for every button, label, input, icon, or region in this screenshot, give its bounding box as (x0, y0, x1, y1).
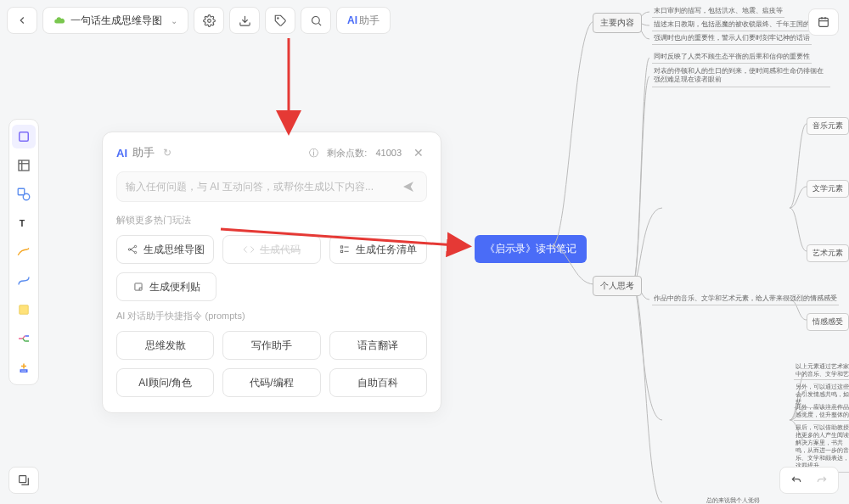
mm-leaf[interactable]: 总的来说我个人觉得 (705, 496, 762, 504)
svg-rect-7 (18, 188, 25, 195)
gen-sticky-button[interactable]: 生成便利贴 (116, 272, 216, 301)
refresh-icon[interactable]: ↻ (163, 147, 171, 159)
svg-point-0 (207, 19, 211, 22)
document-title: 一句话生成思维导图 (70, 14, 162, 28)
mm-leaf[interactable]: 作品中的音乐、文学和艺术元素，给人带来很强烈的情感感受 (652, 293, 839, 305)
credits-value: 41003 (375, 148, 402, 158)
mm-leaf[interactable]: 末日审判的描写，包括洪水、地震、瘟疫等 (652, 5, 784, 18)
search-button[interactable] (301, 7, 331, 34)
svg-point-15 (128, 249, 130, 250)
prompts-label: AI 对话助手快捷指令 (prompts) (116, 310, 427, 322)
tool-frame[interactable] (12, 154, 36, 177)
ai-panel-header: AI 助手 ↻ ⓘ 剩余点数: 41003 ✕ (116, 144, 427, 161)
mm-leaf[interactable]: 描述末日教期，包括恶魔的被收锁最终、千年王国的到来等 (652, 19, 832, 31)
svg-point-1 (277, 17, 278, 18)
svg-text:T: T (20, 218, 25, 228)
ai-assistant-panel: AI 助手 ↻ ⓘ 剩余点数: 41003 ✕ 解锁更多热门玩法 生成思维导图 … (102, 132, 441, 413)
svg-point-17 (134, 251, 136, 253)
mm-leaf[interactable]: 强调时也向的重要性，警示人们要时刻牢记神的话语 (652, 32, 812, 45)
svg-point-2 (312, 16, 319, 24)
tool-pen[interactable] (12, 240, 36, 264)
prompt-divergent[interactable]: 思维发散 (116, 331, 214, 360)
svg-rect-4 (19, 160, 29, 171)
info-icon: ⓘ (309, 147, 318, 160)
svg-rect-25 (819, 18, 829, 26)
mm-node-main-content[interactable]: 主要内容 (593, 13, 642, 33)
svg-rect-14 (20, 476, 26, 483)
ai-label: AI (347, 14, 357, 26)
hot-label: 解锁更多热门玩法 (116, 214, 427, 227)
ai-prompt-input[interactable] (126, 181, 399, 193)
calendar-button[interactable] (808, 8, 839, 36)
mm-leaf[interactable]: 此外，应该注意作品感觉度，使升整体的 (794, 402, 849, 421)
ai-title-1: AI (116, 147, 127, 160)
tool-select[interactable] (12, 125, 36, 148)
undo-redo-toolbar (779, 467, 839, 494)
back-button[interactable] (7, 7, 37, 34)
svg-rect-22 (135, 283, 142, 290)
prompt-encyclopedia[interactable]: 自助百科 (329, 368, 427, 397)
tool-add[interactable] (12, 356, 36, 379)
gen-mindmap-label: 生成思维导图 (143, 243, 205, 257)
gen-mindmap-button[interactable]: 生成思维导图 (116, 235, 214, 264)
mm-leaf[interactable]: 最后，可以借助教授把更多的人产生阅读解决方案里，书共鸣，从而进一步的音乐、文学和… (794, 423, 849, 473)
mm-node-personal-thought[interactable]: 个人思考 (593, 276, 642, 296)
close-button[interactable]: ✕ (410, 144, 427, 161)
mm-node-music[interactable]: 音乐元素 (807, 117, 849, 135)
export-button[interactable] (229, 7, 260, 34)
tool-mindmap[interactable] (12, 327, 36, 350)
ai-panel-meta: ⓘ 剩余点数: 41003 ✕ (309, 144, 427, 161)
mindmap-canvas[interactable]: 主要内容 个人思考 末日审判的描写，包括洪水、地震、瘟疫等 描述末日教期，包括恶… (492, 0, 849, 504)
tool-sticky[interactable] (12, 298, 36, 322)
layers-button[interactable] (8, 467, 39, 494)
annotation-arrow-down (272, 34, 306, 136)
gen-code-button[interactable]: 生成代码 (222, 235, 320, 264)
svg-rect-20 (341, 250, 343, 252)
svg-rect-10 (20, 305, 29, 315)
left-toolbar: T (8, 119, 39, 385)
prompt-code[interactable]: 代码/编程 (222, 368, 320, 397)
prompt-writing[interactable]: 写作助手 (222, 331, 320, 360)
mm-node-art[interactable]: 艺术元素 (807, 244, 849, 262)
top-toolbar: 一句话生成思维导图 ⌄ AI 助手 (7, 7, 391, 34)
mm-leaf[interactable]: 同时反映了人类不顾生态平衡的后果和信仰的重要性 (652, 51, 812, 64)
svg-point-8 (23, 193, 30, 200)
settings-button[interactable] (194, 7, 224, 34)
svg-point-16 (134, 245, 136, 247)
tool-text[interactable]: T (12, 211, 36, 235)
send-button[interactable] (399, 177, 418, 196)
svg-rect-18 (341, 246, 343, 248)
document-title-dropdown[interactable]: 一句话生成思维导图 ⌄ (42, 7, 188, 34)
gen-sticky-label: 生成便利贴 (149, 280, 200, 294)
mm-leaf[interactable]: 以上元素通过艺术家中的音乐、文学和艺 (794, 361, 849, 380)
ai-sublabel: 助手 (359, 14, 380, 28)
tag-button[interactable] (265, 7, 295, 34)
chevron-down-icon: ⌄ (171, 16, 177, 25)
undo-button[interactable] (785, 469, 807, 491)
ai-assistant-button[interactable]: AI 助手 (336, 7, 391, 34)
redo-button[interactable] (811, 469, 833, 491)
prompt-translate[interactable]: 语言翻译 (329, 331, 427, 360)
ai-title-2: 助手 (132, 145, 155, 160)
tool-shape[interactable] (12, 182, 36, 206)
gen-tasks-button[interactable]: 生成任务清单 (329, 235, 427, 264)
tool-connector[interactable] (12, 269, 36, 293)
mm-node-literary[interactable]: 文学元素 (807, 180, 849, 198)
ai-panel-title: AI 助手 ↻ (116, 145, 171, 160)
gen-tasks-label: 生成任务清单 (356, 243, 417, 257)
prompt-advisor[interactable]: AI顾问/角色 (116, 368, 214, 397)
mm-node-emotion[interactable]: 情感感受 (807, 313, 849, 331)
svg-rect-3 (20, 132, 29, 142)
gen-code-label: 生成代码 (260, 243, 301, 257)
cloud-icon (53, 14, 65, 26)
svg-rect-13 (20, 370, 27, 372)
mm-leaf[interactable]: 对表的停顿和人的生日的到来，使时间感和生命仍徘徊在强烈难足现在读者眼前 (652, 66, 830, 87)
credits-label: 剩余点数: (327, 147, 367, 160)
ai-input-wrap (116, 171, 427, 202)
